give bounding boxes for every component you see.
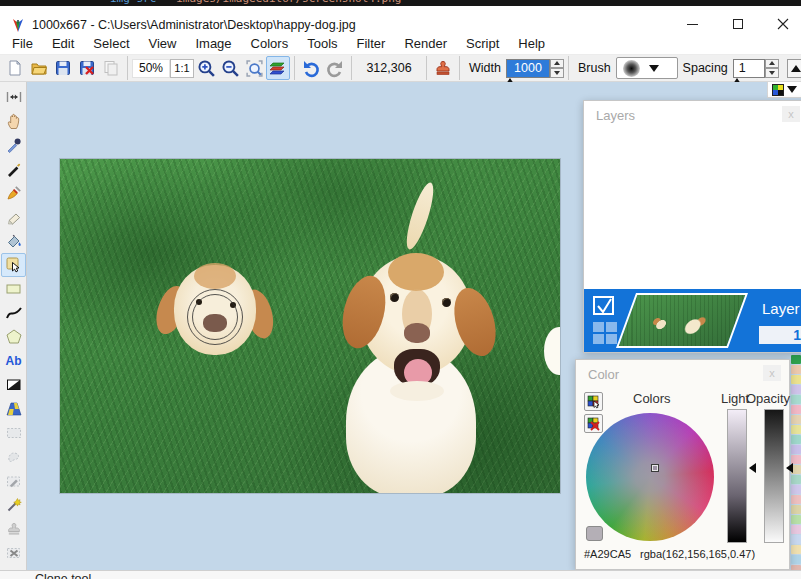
opacity-slider-marker[interactable] <box>786 463 793 473</box>
deselect-tool[interactable] <box>1 541 26 565</box>
layer-grid-icon[interactable] <box>593 322 617 344</box>
palette-swatch[interactable] <box>791 515 801 524</box>
eraser-tool[interactable] <box>1 205 26 229</box>
spin-up-icon[interactable] <box>765 59 779 69</box>
width-input[interactable]: 1000 <box>506 59 550 78</box>
zoom-level-field[interactable]: 50% <box>132 59 170 78</box>
light-slider[interactable] <box>727 409 747 543</box>
lasso-select-tool[interactable] <box>1 445 26 469</box>
menu-edit[interactable]: Edit <box>52 36 74 51</box>
rect-select-tool[interactable] <box>1 421 26 445</box>
palette-swatch[interactable] <box>791 435 801 444</box>
brush-dropdown[interactable] <box>616 57 678 79</box>
zoom-level-value: 50% <box>139 61 163 75</box>
zoom-region-button[interactable] <box>242 56 266 80</box>
polygon-tool[interactable] <box>1 325 26 349</box>
menu-colors[interactable]: Colors <box>251 36 289 51</box>
crop-tool[interactable] <box>1 373 26 397</box>
pick-foreground-button[interactable] <box>584 392 603 411</box>
menu-render[interactable]: Render <box>404 36 447 51</box>
duplicate-button[interactable] <box>99 56 123 80</box>
layer-thumbnail[interactable] <box>616 293 748 348</box>
spin-down-icon[interactable] <box>550 68 564 78</box>
palette-swatch[interactable] <box>791 425 801 434</box>
left-dog-crown <box>194 263 236 289</box>
eyedropper-tool[interactable] <box>1 133 26 157</box>
width-spinner[interactable] <box>550 59 564 78</box>
curve-tool[interactable] <box>1 301 26 325</box>
move-tool[interactable] <box>1 85 26 109</box>
new-file-button[interactable] <box>3 56 27 80</box>
clone-stamp-tool-button[interactable] <box>431 56 455 80</box>
menu-script[interactable]: Script <box>466 36 499 51</box>
spin-down-icon[interactable] <box>765 68 779 78</box>
palette-swatch[interactable] <box>791 495 801 504</box>
current-color-swatch[interactable] <box>586 526 603 541</box>
menu-view[interactable]: View <box>149 36 177 51</box>
zoom-in-button[interactable] <box>194 56 218 80</box>
light-slider-marker[interactable] <box>749 463 756 473</box>
color-wheel-marker[interactable] <box>651 464 659 472</box>
layers-panel-header[interactable]: Layers x <box>584 101 801 129</box>
rectangle-tool[interactable] <box>1 277 26 301</box>
pen-tool[interactable] <box>1 157 26 181</box>
palette-swatch[interactable] <box>791 555 801 564</box>
panel-chooser-button[interactable] <box>767 82 801 98</box>
spin-up-icon[interactable] <box>550 59 564 69</box>
fill-tool[interactable] <box>1 229 26 253</box>
shape-select-tool[interactable] <box>1 253 26 277</box>
palette-swatch[interactable] <box>791 475 801 484</box>
menu-image[interactable]: Image <box>195 36 231 51</box>
spacing-spinner[interactable] <box>765 59 779 78</box>
undo-button[interactable] <box>299 56 323 80</box>
menu-tools[interactable]: Tools <box>307 36 337 51</box>
palette-swatch[interactable] <box>791 355 801 364</box>
layers-panel-close-button[interactable]: x <box>782 106 800 122</box>
toggle-layers-button[interactable] <box>266 56 290 80</box>
color-panel-header[interactable]: Color x <box>576 360 789 388</box>
opacity-slider[interactable] <box>764 409 784 543</box>
palette-swatch[interactable] <box>791 385 801 394</box>
spacing-input[interactable]: 1 <box>733 59 765 78</box>
palette-swatch[interactable] <box>791 485 801 494</box>
color-panel-close-button[interactable]: x <box>763 365 781 381</box>
gradient-tool[interactable] <box>1 397 26 421</box>
window-title: 1000x667 - C:\Users\Administrator\Deskto… <box>32 18 356 32</box>
menu-filter[interactable]: Filter <box>357 36 386 51</box>
text-tool[interactable]: Ab <box>1 349 26 373</box>
palette-swatch[interactable] <box>791 405 801 414</box>
save-as-button[interactable] <box>75 56 99 80</box>
open-file-button[interactable] <box>27 56 51 80</box>
brush-select-tool[interactable] <box>1 469 26 493</box>
menu-select[interactable]: Select <box>93 36 129 51</box>
save-button[interactable] <box>51 56 75 80</box>
redo-button[interactable] <box>323 56 347 80</box>
palette-swatch[interactable] <box>791 545 801 554</box>
palette-swatch[interactable] <box>791 365 801 374</box>
save-icon <box>54 59 72 77</box>
clear-color-button[interactable] <box>584 414 603 433</box>
palette-swatch[interactable] <box>791 395 801 404</box>
collapse-toolbar-button[interactable] <box>787 59 801 78</box>
layer-row[interactable]: Layer 1 <box>584 289 801 352</box>
canvas-image[interactable] <box>60 159 560 493</box>
palette-swatch[interactable] <box>791 525 801 534</box>
color-wheel[interactable] <box>586 413 714 541</box>
clone-select-tool[interactable] <box>1 517 26 541</box>
zoom-out-button[interactable] <box>218 56 242 80</box>
close-icon <box>777 18 789 30</box>
actual-size-button[interactable]: 1:1 <box>170 59 194 78</box>
pan-tool[interactable] <box>1 109 26 133</box>
palette-swatch[interactable] <box>791 415 801 424</box>
palette-swatch[interactable] <box>791 505 801 514</box>
menu-file[interactable]: File <box>12 36 33 51</box>
brush-tool[interactable] <box>1 181 26 205</box>
layer-opacity-field[interactable]: 1 <box>759 326 801 344</box>
menu-help[interactable]: Help <box>518 36 545 51</box>
layer-visibility-checkbox[interactable] <box>593 296 614 315</box>
palette-swatch[interactable] <box>791 445 801 454</box>
palette-swatch[interactable] <box>791 375 801 384</box>
brush-select-icon <box>5 472 23 490</box>
magic-wand-tool[interactable] <box>1 493 26 517</box>
palette-swatch[interactable] <box>791 535 801 544</box>
